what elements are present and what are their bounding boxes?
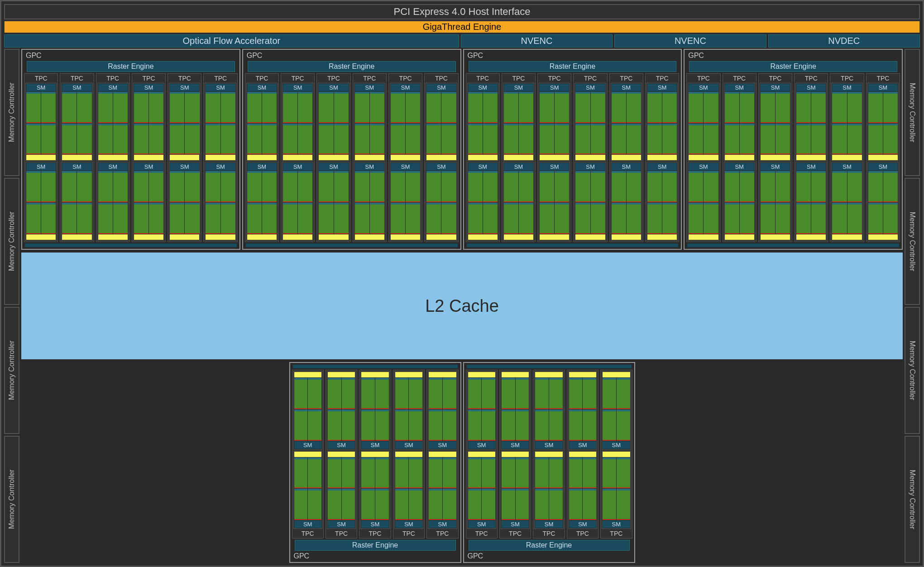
cuda-core-block — [627, 124, 641, 155]
cuda-core-block — [361, 378, 375, 409]
sm: SM — [354, 83, 385, 161]
cuda-core-block — [409, 489, 422, 520]
sm-cores — [426, 171, 456, 233]
sm-cores — [832, 171, 862, 233]
tpc-label: TPC — [390, 75, 421, 82]
cuda-core-block — [370, 171, 384, 202]
tensor-core — [725, 234, 754, 240]
gpc: GPCRaster EngineTPCSMSMTPCSMSMTPCSMSMTPC… — [684, 49, 903, 250]
cuda-core-block — [569, 489, 583, 520]
cuda-core-block — [298, 92, 312, 123]
sm: SM — [611, 162, 642, 240]
sm-label: SM — [647, 163, 677, 171]
cuda-core-block — [429, 457, 442, 489]
sm-cores — [468, 171, 498, 233]
cuda-core-block — [627, 171, 641, 202]
cuda-core-block — [26, 203, 41, 234]
tpc: TPCSMSM — [326, 370, 357, 538]
cuda-core-block — [883, 171, 898, 202]
gpc-label: GPC — [245, 52, 459, 60]
cuda-core-block — [370, 124, 384, 155]
cuda-core-block — [603, 410, 616, 441]
sm-label: SM — [575, 84, 605, 91]
tensor-core — [247, 155, 277, 160]
cuda-core-block — [77, 124, 91, 155]
cuda-core-block — [443, 457, 456, 489]
sm-label: SM — [206, 84, 235, 91]
tensor-core — [540, 155, 569, 160]
tpc: TPCSMSM — [281, 73, 315, 242]
cuda-core-block — [504, 203, 518, 234]
tensor-core — [395, 372, 422, 377]
tensor-core — [868, 155, 898, 160]
cuda-core-block — [689, 171, 703, 202]
sm-cores — [170, 92, 199, 154]
sm: SM — [282, 162, 313, 240]
sm-label: SM — [725, 84, 754, 91]
tensor-core — [429, 452, 456, 457]
tpc: TPCSMSM — [866, 73, 900, 242]
tpc: TPCSMSM — [388, 73, 422, 242]
sm-cores — [725, 171, 754, 233]
tpc: TPCSMSM — [132, 73, 166, 242]
sm-label: SM — [540, 163, 569, 171]
gpc: TPCSMSMTPCSMSMTPCSMSMTPCSMSMTPCSMSMRaste… — [463, 362, 635, 563]
tensor-core — [355, 234, 384, 240]
cuda-core-block — [549, 489, 563, 520]
cuda-core-block — [406, 92, 420, 123]
cuda-core-block — [832, 171, 847, 202]
gpc-label: GPC — [466, 552, 632, 560]
sm-label: SM — [761, 84, 790, 91]
sm: SM — [646, 83, 678, 161]
cuda-core-block — [868, 203, 883, 234]
cuda-core-block — [77, 92, 91, 123]
cuda-core-block — [575, 92, 590, 123]
tensor-core — [391, 155, 420, 160]
sm-label: SM — [361, 520, 388, 528]
tpc: TPCSMSM — [567, 370, 598, 538]
cuda-core-block — [247, 171, 262, 202]
cuda-core-block — [41, 203, 56, 234]
cuda-core-block — [41, 92, 56, 123]
tensor-core — [98, 234, 128, 240]
cuda-core-block — [549, 410, 563, 441]
cuda-core-block — [342, 378, 355, 409]
cuda-core-block — [811, 171, 826, 202]
cuda-core-block — [406, 124, 420, 155]
cuda-core-block — [334, 92, 349, 123]
tpc-row: TPCSMSMTPCSMSMTPCSMSMTPCSMSMTPCSMSMTPCSM… — [466, 73, 680, 242]
sm-cores — [468, 378, 495, 440]
tpc-row: TPCSMSMTPCSMSMTPCSMSMTPCSMSMTPCSMSM — [292, 370, 459, 538]
cuda-core-block — [617, 378, 630, 409]
sm-cores — [283, 171, 312, 233]
cuda-core-block — [583, 489, 596, 520]
tensor-core — [134, 234, 163, 240]
cuda-core-block — [535, 457, 549, 489]
cuda-core-block — [516, 378, 529, 409]
cuda-core-block — [617, 410, 630, 441]
sm-cores — [575, 171, 605, 233]
cuda-core-block — [468, 203, 483, 234]
cuda-core-block — [298, 203, 312, 234]
tensor-core — [502, 372, 529, 377]
sm-cores — [502, 378, 529, 440]
tensor-core — [361, 452, 388, 457]
sm: SM — [467, 451, 496, 529]
sm: SM — [611, 83, 642, 161]
sm-cores — [395, 378, 422, 440]
cuda-core-block — [662, 203, 677, 234]
sm-label: SM — [868, 163, 898, 171]
cuda-core-block — [776, 203, 790, 234]
cuda-core-block — [361, 489, 375, 520]
cuda-core-block — [569, 378, 583, 409]
cuda-core-block — [776, 124, 790, 155]
sm-label: SM — [569, 520, 596, 528]
cuda-core-block — [535, 489, 549, 520]
tensor-core — [319, 234, 348, 240]
cuda-core-block — [355, 171, 369, 202]
sm: SM — [760, 83, 791, 161]
tensor-core — [328, 372, 355, 377]
cuda-core-block — [591, 203, 605, 234]
sm: SM — [501, 371, 530, 449]
cuda-core-block — [647, 92, 662, 123]
